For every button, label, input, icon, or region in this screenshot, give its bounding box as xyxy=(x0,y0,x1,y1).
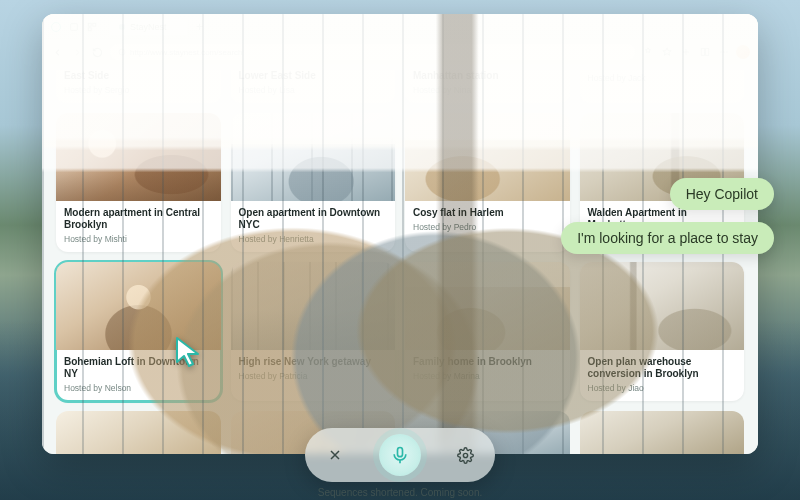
cursor-icon xyxy=(174,336,204,370)
microphone-icon xyxy=(390,445,410,465)
desktop-background: StayNest + http://www.staynest.com/searc… xyxy=(0,0,800,500)
gear-icon xyxy=(457,447,474,464)
copilot-bubble: Hey Copilot xyxy=(670,178,774,210)
copilot-voice-bar xyxy=(305,428,495,482)
close-voice-button[interactable] xyxy=(319,439,351,471)
copilot-bubble: I'm looking for a place to stay xyxy=(561,222,774,254)
voice-settings-button[interactable] xyxy=(449,439,481,471)
svg-point-16 xyxy=(463,453,467,457)
listing-card[interactable] xyxy=(580,411,745,454)
microphone-button[interactable] xyxy=(379,434,421,476)
svg-rect-14 xyxy=(398,448,403,457)
page-content[interactable]: East Side Hosted by Sergio Lower East Si… xyxy=(42,64,758,454)
disclaimer-text: Sequences shortened. Coming soon. xyxy=(318,487,483,498)
